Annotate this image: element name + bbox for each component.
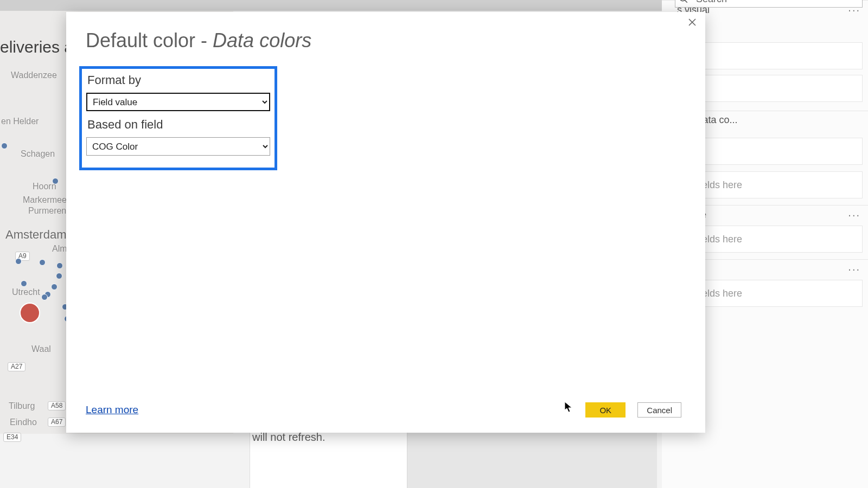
close-icon	[688, 18, 697, 27]
search-icon	[679, 0, 688, 4]
map-label: Alm	[52, 244, 67, 254]
bottom-text-fragment: will not refresh.	[252, 431, 326, 444]
map-label: Markermeer	[23, 195, 69, 205]
based-on-field-select[interactable]: COG Color	[86, 137, 270, 156]
map-label: Eindho	[10, 418, 37, 427]
more-icon[interactable]: ···	[848, 209, 863, 221]
based-on-field-label: Based on field	[87, 118, 270, 132]
road-badge: A27	[8, 362, 25, 371]
format-by-select[interactable]: Field value	[86, 93, 270, 111]
search-input[interactable]: Search	[675, 0, 863, 8]
map-label: Purmerend	[28, 206, 71, 216]
cancel-button[interactable]: Cancel	[637, 402, 681, 418]
conditional-formatting-dialog: Default color - Data colors Format by Fi…	[66, 12, 705, 433]
map-label: Amsterdam	[5, 228, 66, 242]
map-marker-large	[20, 303, 40, 323]
map-label: Schagen	[21, 149, 55, 159]
map-label: Waddenzee	[11, 70, 57, 80]
map-label: Waal	[31, 344, 51, 354]
map-label: Utrecht	[12, 287, 40, 297]
road-badge: E34	[3, 433, 21, 442]
road-badge: A58	[48, 401, 66, 410]
ok-button[interactable]: OK	[585, 402, 626, 418]
highlighted-region: Format by Field value Based on field COG…	[79, 66, 277, 170]
format-by-label: Format by	[87, 73, 270, 87]
learn-more-link[interactable]: Learn more	[86, 404, 138, 416]
map-label: en Helder	[1, 117, 39, 126]
road-badge: A67	[48, 418, 66, 427]
search-placeholder: Search	[696, 0, 727, 5]
svg-line-1	[685, 0, 687, 3]
map-label: Tilburg	[9, 401, 35, 411]
close-button[interactable]	[687, 17, 698, 28]
dialog-title: Default color - Data colors	[86, 29, 311, 52]
more-icon[interactable]: ···	[848, 263, 863, 275]
